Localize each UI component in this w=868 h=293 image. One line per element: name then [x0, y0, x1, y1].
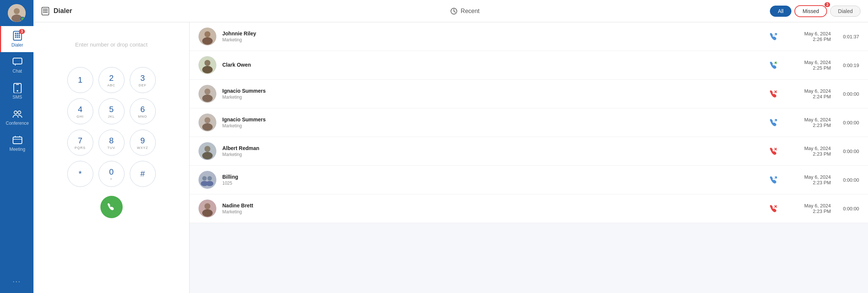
- number-input-area[interactable]: Enter number or drop contact: [41, 30, 182, 60]
- call-date: May 6, 20242:23 PM: [786, 203, 831, 214]
- svg-point-18: [18, 111, 21, 114]
- svg-point-44: [204, 146, 210, 152]
- call-name: Clark Owen: [222, 62, 761, 68]
- call-row[interactable]: Billing 1025 May 6, 20242:23 PM 0:00:00: [190, 166, 868, 194]
- svg-rect-15: [16, 84, 19, 85]
- chat-icon: [12, 57, 23, 67]
- call-row[interactable]: Ignacio Summers Marketing May 6, 20242:2…: [190, 80, 868, 108]
- call-avatar: [199, 200, 216, 217]
- svg-rect-29: [46, 12, 48, 13]
- key-5[interactable]: 5JKL: [99, 98, 125, 124]
- call-date: May 6, 20242:24 PM: [786, 88, 831, 99]
- key-6[interactable]: 6MNO: [130, 98, 156, 124]
- online-indicator: [20, 17, 25, 21]
- key-3-main: 3: [140, 73, 145, 83]
- recent-clock-icon: [450, 7, 458, 15]
- call-duration: 0:00:00: [837, 120, 859, 125]
- filter-all-button[interactable]: All: [770, 6, 791, 17]
- key-6-main: 6: [140, 105, 145, 114]
- svg-rect-27: [43, 12, 44, 13]
- call-duration: 0:00:00: [837, 177, 859, 183]
- call-duration: 0:00:00: [837, 149, 859, 154]
- call-duration: 0:01:37: [837, 34, 859, 39]
- key-2-sub: ABC: [107, 83, 116, 87]
- call-duration: 0:00:00: [837, 206, 859, 211]
- missed-call-icon: [769, 147, 778, 156]
- key-4-main: 4: [78, 105, 82, 114]
- call-duration: 0:00:19: [837, 63, 859, 68]
- call-button[interactable]: [100, 196, 123, 218]
- sidebar-item-conference-label: Conference: [6, 121, 29, 126]
- key-3[interactable]: 3DEF: [130, 67, 156, 93]
- call-duration: 0:00:00: [837, 91, 859, 97]
- svg-point-32: [204, 31, 210, 37]
- svg-rect-25: [45, 10, 46, 11]
- sidebar-item-chat[interactable]: Chat: [0, 52, 33, 78]
- key-7[interactable]: 7PQRS: [67, 130, 93, 156]
- key-0[interactable]: 0+: [99, 161, 125, 187]
- key-1-main: 1: [78, 75, 82, 85]
- sidebar-item-sms-label: SMS: [12, 95, 22, 100]
- svg-rect-11: [17, 36, 18, 38]
- call-date: May 6, 20242:25 PM: [786, 60, 831, 71]
- svg-point-41: [204, 117, 210, 123]
- key-9-main: 9: [140, 136, 145, 146]
- key-7-sub: PQRS: [75, 146, 86, 150]
- key-9[interactable]: 9WXYZ: [130, 130, 156, 156]
- svg-rect-7: [15, 35, 16, 36]
- call-name: Ignacio Summers: [222, 117, 761, 122]
- outbound-call-icon: [769, 175, 778, 184]
- sidebar-item-sms[interactable]: SMS: [0, 78, 33, 104]
- svg-point-36: [202, 66, 213, 73]
- call-type-icon: [767, 89, 780, 98]
- call-avatar: [199, 142, 216, 160]
- svg-point-17: [14, 111, 17, 114]
- key-8[interactable]: 8TUV: [99, 130, 125, 156]
- call-avatar: [199, 85, 216, 103]
- key-4[interactable]: 4GHI: [67, 98, 93, 124]
- sidebar-more[interactable]: ···: [13, 277, 21, 286]
- filter-dialed-button[interactable]: Dialed: [830, 6, 861, 17]
- key-hash[interactable]: #: [130, 161, 156, 187]
- filter-missed-button[interactable]: Missed: [794, 5, 827, 17]
- recent-label: Recent: [461, 8, 480, 15]
- call-row[interactable]: Nadine Brett Marketing May 6, 20242:23 P…: [190, 194, 868, 223]
- sidebar-item-chat-label: Chat: [13, 69, 22, 74]
- svg-rect-26: [46, 10, 48, 11]
- key-0-main: 0: [109, 167, 113, 177]
- outbound-call-icon: [769, 118, 778, 127]
- outbound-call-icon: [769, 32, 778, 41]
- call-row[interactable]: Albert Redman Marketing May 6, 20242:23 …: [190, 137, 868, 166]
- sidebar-item-dialer[interactable]: 3 Dialer: [0, 26, 33, 52]
- recent-panel: Johnnie Riley Marketing May 6, 20242:26 …: [190, 22, 868, 293]
- call-dept: 1025: [222, 181, 761, 186]
- call-info: Billing 1025: [222, 174, 761, 186]
- svg-point-35: [204, 60, 210, 66]
- svg-point-33: [202, 37, 213, 45]
- sidebar-item-conference[interactable]: Conference: [0, 104, 33, 130]
- svg-point-46: [199, 171, 216, 189]
- call-type-icon: [767, 204, 780, 213]
- call-type-icon: [767, 61, 780, 70]
- call-row[interactable]: Clark Owen May 6, 20242:25 PM 0:00:19: [190, 51, 868, 80]
- call-info: Clark Owen: [222, 62, 761, 69]
- sidebar-item-meeting[interactable]: Meeting: [0, 130, 33, 156]
- svg-rect-10: [15, 36, 16, 38]
- header: Dialer Recent All Missed 3 Dialed: [33, 0, 868, 22]
- key-8-main: 8: [109, 136, 113, 146]
- call-name: Albert Redman: [222, 145, 761, 151]
- key-2-main: 2: [109, 73, 113, 83]
- key-1[interactable]: 1: [67, 67, 93, 93]
- key-star[interactable]: *: [67, 161, 93, 187]
- content-area: Enter number or drop contact 1 2ABC 3DEF…: [33, 22, 868, 293]
- sidebar-item-dialer-label: Dialer: [12, 42, 23, 48]
- key-2[interactable]: 2ABC: [99, 67, 125, 93]
- sidebar: 3 Dialer Chat SMS: [0, 0, 33, 293]
- call-row[interactable]: Ignacio Summers Marketing May 6, 20242:2…: [190, 108, 868, 137]
- call-row[interactable]: Johnnie Riley Marketing May 6, 20242:26 …: [190, 22, 868, 51]
- call-date: May 6, 20242:23 PM: [786, 117, 831, 128]
- missed-call-icon: [769, 89, 778, 98]
- call-info: Albert Redman Marketing: [222, 145, 761, 157]
- missed-call-icon: [769, 204, 778, 213]
- meeting-icon-wrap: [12, 135, 23, 145]
